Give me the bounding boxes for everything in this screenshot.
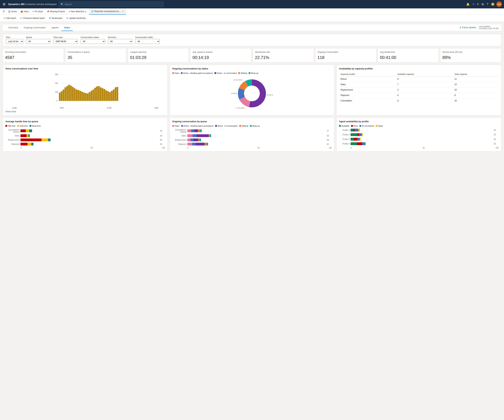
filter-direction-select[interactable]: All <box>108 39 132 44</box>
axis-50: 50 <box>258 147 259 149</box>
bar-seg-1 <box>354 138 357 141</box>
kpi-value: 01:03:29 <box>130 55 186 60</box>
bar-8 <box>74 88 76 101</box>
settings-icon[interactable]: ⚙ <box>480 2 485 7</box>
cell-profile: Sales <box>339 82 396 87</box>
cell-profile: Cancellation <box>339 98 396 103</box>
kpi-label: Avg. speed to answer <box>192 51 249 54</box>
breadcrumb-missing-product[interactable]: 📌 Missing Product <box>45 8 67 15</box>
donut-label-2: 16 (13.55%) <box>231 93 237 94</box>
availability-table: Capacity profile ↑ Available capacity To… <box>339 72 498 103</box>
bar-26 <box>107 91 109 101</box>
filter-conv-status-select[interactable]: All <box>81 39 105 44</box>
handle-bar-row-0: Cancellation/ Refund35 <box>6 129 165 133</box>
breadcrumb-home[interactable]: 🏠 Home <box>6 8 19 15</box>
col-capacity-profile[interactable]: Capacity profile ↑ <box>339 72 396 77</box>
checkout-default-button[interactable]: ↩ Checkout default report <box>18 16 47 21</box>
availability-card: Availability by capacity profiles Capaci… <box>336 65 501 115</box>
legend-label: Active - In conversation <box>217 72 237 74</box>
bar-track <box>351 138 493 141</box>
kpi-row: Incoming conversation4587Conversations i… <box>3 48 501 63</box>
bar-value: 52 <box>327 135 332 137</box>
bar-value: 28 <box>494 138 498 140</box>
handle-bar-row-2: Replacement95 <box>6 138 165 141</box>
bar-value: 25 <box>160 143 165 145</box>
col-available-capacity[interactable]: Available capacity <box>396 72 453 77</box>
bar-seg-0 <box>187 129 191 132</box>
bar-label: Shipment <box>172 143 186 145</box>
tab-voice[interactable]: Voice <box>61 24 73 31</box>
tab-agents[interactable]: Agents <box>49 24 61 31</box>
update-bookmark-button[interactable]: ↻ Update bookmark <box>65 16 87 21</box>
filter-timezone-label: Time zone <box>53 36 78 38</box>
filter-queue-select[interactable]: All <box>26 39 51 44</box>
queue-legend-item-3: Waiting <box>239 125 248 127</box>
kpi-label: Incoming conversation <box>5 51 62 54</box>
donut-legend-item-1: Active - Awaiting agent acceptance <box>181 72 213 74</box>
availability-table-wrap[interactable]: Capacity profile ↑ Available capacity To… <box>339 72 498 103</box>
filter-timezone-select[interactable]: GMT-08:00 <box>53 39 78 44</box>
kpi-card-3: Avg. speed to answer00:14:19 <box>190 48 251 63</box>
kpi-value: 00:41:00 <box>380 55 437 60</box>
add-icon[interactable]: + <box>471 2 475 7</box>
search-box[interactable]: 🔍 <box>59 1 164 7</box>
breadcrumb-inbox[interactable]: 📥 Inbox <box>19 8 31 15</box>
bar-seg-1 <box>26 129 29 132</box>
queue-legend-item-4: Wrap-up <box>250 125 260 127</box>
help-icon[interactable]: ? <box>486 2 489 7</box>
filter-time-select[interactable]: Last 24 hrs <box>6 39 23 44</box>
voice-chart-title: Voice conversations over time <box>6 67 165 70</box>
notification-icon[interactable]: 🔔 <box>465 2 471 7</box>
cell-available: 3 <box>396 87 453 93</box>
breadcrumb-realtime[interactable]: 🔗 Real time omnichannel an... ✕ <box>89 8 126 15</box>
kpi-value: 89% <box>442 55 499 60</box>
edit-report-button[interactable]: ✏ Edit report <box>2 16 18 21</box>
bar-value: 35 <box>160 130 165 132</box>
kpi-label: Conversations in queue <box>67 51 124 54</box>
axis-100: 100 <box>496 147 498 149</box>
breadcrumb-item-defective[interactable]: ✏ Item defective o... <box>67 8 89 15</box>
kpi-label: Service level (30 sec) <box>442 51 499 54</box>
bar-seg-1 <box>191 129 194 132</box>
handle-time-title: Average handle time by queue <box>6 120 165 123</box>
main-content: Summary Ongoing conversation Agents Voic… <box>0 22 504 420</box>
axis-0: 0 <box>351 147 352 149</box>
filter-conv-skills-select[interactable]: All <box>135 39 160 44</box>
bar-seg-2 <box>357 138 360 141</box>
tab-ongoing-conversation[interactable]: Ongoing conversation <box>21 24 49 31</box>
handle-legend-item-2: Wrap time <box>30 125 41 127</box>
app-brand: Dynamics 365 Customer service workspace <box>8 3 57 6</box>
col-total-capacity[interactable]: Total capacity <box>453 72 498 77</box>
close-tab-icon[interactable]: ✕ <box>122 10 124 12</box>
top-navigation: ⊞ Dynamics 365 Customer service workspac… <box>0 0 504 8</box>
y-label-300: 300 <box>55 74 58 76</box>
tab-summary[interactable]: Summary <box>6 24 21 31</box>
filter-time-label: Time <box>6 36 23 38</box>
bar-seg-0 <box>351 129 354 131</box>
bar-seg-0 <box>351 133 358 136</box>
bar-seg-2 <box>194 129 198 132</box>
bar-track <box>187 129 326 132</box>
kpi-card-5: Ongoing Conversation118 <box>315 48 376 63</box>
bar-seg-4 <box>200 138 201 141</box>
show-more-link[interactable]: Show more <box>6 110 16 113</box>
emoji-icon[interactable]: 😊 <box>490 2 496 7</box>
ongoing-queue-legend: OpenActive - Awaiting agent acceptanceAc… <box>172 125 332 127</box>
breadcrumb-fix-dryer[interactable]: ✏ Fix dryer <box>31 8 45 15</box>
bar-seg-2 <box>359 133 362 136</box>
search-input[interactable] <box>65 3 162 6</box>
pause-updates-button[interactable]: ⏸ Pause updates <box>459 26 476 29</box>
menu-icon[interactable]: ≡ <box>476 2 480 7</box>
apps-button[interactable]: ⊞ <box>2 2 6 7</box>
cell-total: 11 <box>453 76 498 82</box>
legend-label: Wrap-up <box>251 72 258 74</box>
bar-7 <box>72 87 74 101</box>
kpi-card-0: Incoming conversation4587 <box>3 48 64 63</box>
ongoing-queue-title: Ongoing conversation by queue <box>172 120 332 123</box>
legend-label: Active - In conversation <box>218 125 238 127</box>
bar-22 <box>100 87 102 101</box>
cell-total: 8 <box>453 93 498 98</box>
avatar[interactable]: AO <box>496 1 502 7</box>
sidebar-toggle[interactable]: ☰ <box>1 8 6 15</box>
bookmarks-button[interactable]: ☰ Bookmarks <box>47 16 64 21</box>
